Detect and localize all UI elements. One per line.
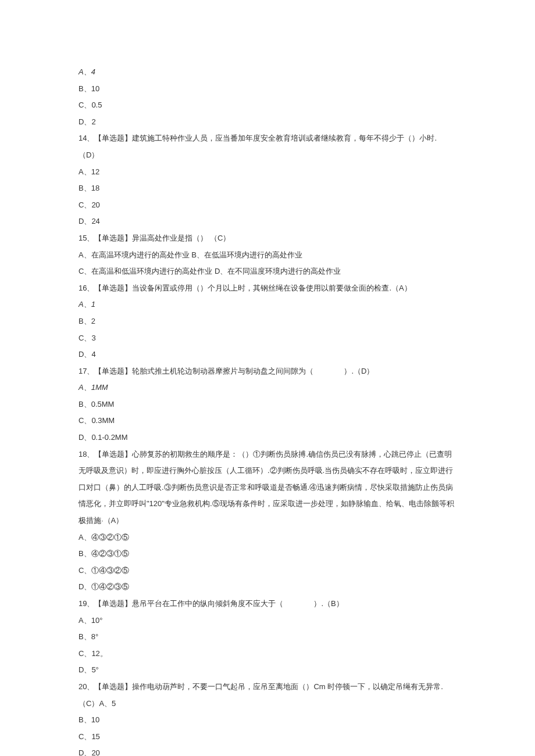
text-line: B、0.5MM xyxy=(79,396,456,413)
text-line: C、在高温和低温环境内进行的高处作业 D、在不同温度环境内进行的高处作业 xyxy=(79,263,456,280)
text-line: 14、【单选题】建筑施工特种作业人员，应当番加年度安全教育培训或者继续教育，每年… xyxy=(79,130,456,163)
text-line: A、1MM xyxy=(79,379,456,396)
text-line: A、1 xyxy=(79,296,456,313)
text-line: D、①④②③⑤ xyxy=(79,579,456,596)
text-line: 16、【单选题】当设备闲置或停用（）个月以上时，其钢丝绳在设备使用以前要做全面的… xyxy=(79,280,456,297)
text-line: D、4 xyxy=(79,346,456,363)
text-line: B、8° xyxy=(79,629,456,646)
text-line: C、15 xyxy=(79,729,456,746)
text-line: C、12。 xyxy=(79,646,456,662)
text-line: A、12 xyxy=(79,164,456,181)
text-line: B、10 xyxy=(79,712,456,729)
document-content: A、4B、10C、0.5D、214、【单选题】建筑施工特种作业人员，应当番加年度… xyxy=(79,64,456,756)
text-line: B、18 xyxy=(79,180,456,197)
text-line: D、20 xyxy=(79,745,456,756)
text-line: C、①④③②⑤ xyxy=(79,562,456,579)
text-line: C、3 xyxy=(79,330,456,347)
text-line: B、2 xyxy=(79,313,456,330)
text-line: A、4 xyxy=(79,64,456,81)
text-line: B、④②③①⑤ xyxy=(79,546,456,562)
text-line: A、在高温环境内进行的高处作业 B、在低温环境内进行的高处作业 xyxy=(79,247,456,264)
text-line: C、20 xyxy=(79,197,456,214)
text-line: D、5° xyxy=(79,662,456,679)
text-line: 15、【单选题】异温高处作业是指（） （C） xyxy=(79,230,456,247)
text-line: 17、【单选题】轮胎式推土机轮边制动器摩擦片与制动盘之间间隙为（ ）.（D） xyxy=(79,363,456,380)
text-line: C、0.3MM xyxy=(79,413,456,429)
text-line: A、10° xyxy=(79,612,456,629)
text-line: 18、【单选题】心肺复苏的初期救生的顺序是：（）①判断伤员脉搏.确信伤员已没有脉… xyxy=(79,446,456,529)
text-line: 20、【单选题】操作电动葫芦时，不要一口气起吊，应吊至离地面（）Cm 时停顿一下… xyxy=(79,679,456,712)
text-line: D、0.1-0.2MM xyxy=(79,429,456,446)
text-line: C、0.5 xyxy=(79,97,456,114)
text-line: B、10 xyxy=(79,81,456,98)
text-line: D、24 xyxy=(79,213,456,230)
text-line: D、2 xyxy=(79,114,456,131)
text-line: A、④③②①⑤ xyxy=(79,529,456,546)
text-line: 19、【单选题】悬吊平台在工作中的纵向倾斜角度不应大于（ ）.（B） xyxy=(79,596,456,612)
